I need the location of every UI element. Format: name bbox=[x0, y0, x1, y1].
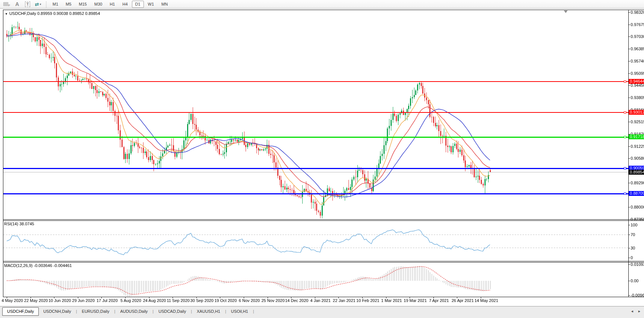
tab-eurusd[interactable]: EURUSD,Daily bbox=[78, 308, 114, 315]
mt4-window: F A T ⇄ ▾ M1M5M15M30H1H4D1W1MN ▼USDCHF,D… bbox=[0, 0, 644, 318]
symbol-dropdown-icon[interactable]: ▼ bbox=[5, 12, 8, 16]
tab-separator-icon: | bbox=[253, 309, 255, 314]
tab-usdcad[interactable]: USDCAD,Daily bbox=[154, 308, 190, 315]
tabs-scroll-right-icon[interactable]: ► bbox=[638, 309, 643, 313]
tab-usoil[interactable]: USOil,H1 bbox=[227, 308, 253, 315]
price-chart-canvas[interactable] bbox=[0, 0, 644, 318]
tab-audusd[interactable]: AUDUSD,Daily bbox=[116, 308, 152, 315]
tabs-scroll-left-icon[interactable]: ◄ bbox=[631, 309, 635, 313]
tab-xauusd[interactable]: XAUUSD,H1 bbox=[192, 308, 225, 315]
chart-tab-bar: USDCHF,DailyUSDCNH,Daily|EURUSD,Daily|AU… bbox=[0, 306, 644, 318]
tab-usdcnh[interactable]: USDCNH,Daily bbox=[39, 308, 76, 315]
tab-usdchf[interactable]: USDCHF,Daily bbox=[2, 307, 39, 316]
chart-tabs: USDCHF,DailyUSDCNH,Daily|EURUSD,Daily|AU… bbox=[0, 307, 255, 316]
tab-scroll-nav: ◄ ► bbox=[631, 309, 643, 313]
